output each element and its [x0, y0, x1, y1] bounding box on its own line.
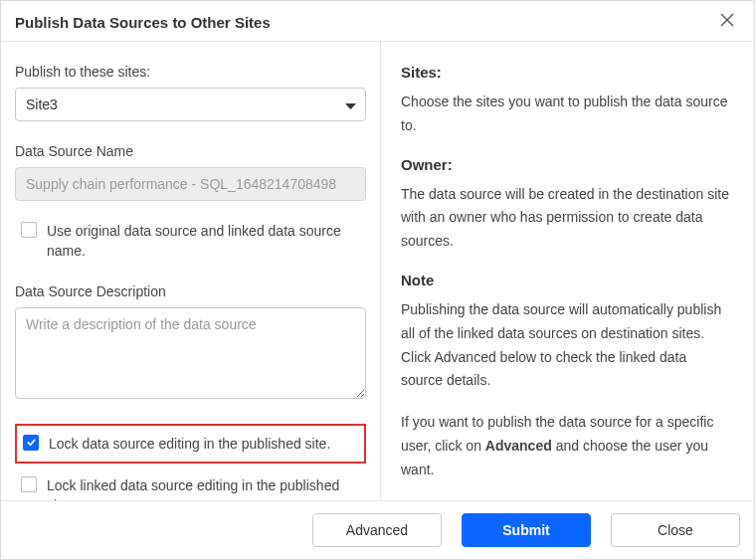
info-note: Note Publishing the data source will aut…	[401, 272, 730, 482]
submit-button[interactable]: Submit	[462, 513, 591, 547]
dialog-header: Publish Data Sources to Other Sites	[1, 1, 754, 42]
lock-edit-label: Lock data source editing in the publishe…	[49, 434, 330, 454]
lock-edit-checkbox[interactable]	[23, 435, 39, 451]
use-original-checkbox[interactable]	[21, 222, 37, 238]
use-original-label: Use original data source and linked data…	[47, 221, 360, 262]
left-panel: Publish to these sites: Site3 Data Sourc…	[1, 42, 381, 500]
ds-name-label: Data Source Name	[15, 143, 366, 159]
sites-select-value: Site3	[26, 96, 58, 112]
info-note-heading: Note	[401, 272, 730, 288]
ds-name-input[interactable]	[15, 167, 366, 201]
close-icon[interactable]	[720, 13, 738, 31]
dialog-footer: Advanced Submit Close	[1, 500, 754, 559]
close-button[interactable]: Close	[611, 513, 740, 547]
lock-linked-checkbox[interactable]	[21, 476, 37, 492]
dialog-title: Publish Data Sources to Other Sites	[15, 14, 271, 31]
info-owner: Owner: The data source will be created i…	[401, 156, 730, 254]
info-note-advanced-word: Advanced	[485, 438, 552, 454]
info-owner-heading: Owner:	[401, 156, 730, 173]
advanced-button[interactable]: Advanced	[312, 513, 442, 547]
info-note-body2: If you want to publish the data source f…	[401, 411, 730, 481]
lock-linked-label: Lock linked data source editing in the p…	[47, 475, 360, 500]
sites-label: Publish to these sites:	[15, 64, 366, 80]
right-panel: Sites: Choose the sites you want to publ…	[381, 42, 754, 500]
info-sites: Sites: Choose the sites you want to publ…	[401, 64, 730, 138]
use-original-row: Use original data source and linked data…	[15, 219, 366, 264]
sites-select[interactable]: Site3	[15, 88, 366, 121]
ds-desc-label: Data Source Description	[15, 283, 366, 299]
lock-linked-row: Lock linked data source editing in the p…	[15, 473, 366, 500]
ds-desc-textarea[interactable]	[15, 307, 366, 399]
info-sites-body: Choose the sites you want to publish the…	[401, 91, 730, 138]
lock-edit-row: Lock data source editing in the publishe…	[15, 424, 366, 464]
info-note-body1: Publishing the data source will automati…	[401, 298, 730, 393]
info-owner-body: The data source will be created in the d…	[401, 183, 730, 254]
info-sites-heading: Sites:	[401, 64, 730, 81]
dialog-body: Publish to these sites: Site3 Data Sourc…	[1, 42, 754, 500]
publish-dialog: Publish Data Sources to Other Sites Publ…	[0, 0, 755, 560]
